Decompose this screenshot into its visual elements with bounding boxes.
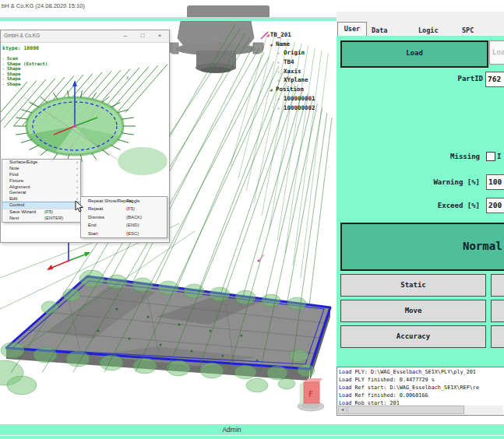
expand-icon[interactable]: ◢ bbox=[270, 85, 276, 94]
missing-label: Missing bbox=[421, 153, 480, 160]
menu-item-fixture[interactable]: Fixture bbox=[2, 178, 80, 184]
accuracy-button[interactable]: Accuracy bbox=[340, 325, 486, 348]
partid-input[interactable]: 762 bbox=[485, 72, 504, 87]
submenu-item-repeat[interactable]: Repeat(F5) bbox=[81, 205, 167, 212]
collapse-icon[interactable]: ▹ bbox=[277, 94, 284, 104]
missing-checkbox-label: I bbox=[497, 153, 504, 160]
context-menu[interactable]: Surface/Edge Note Find Fixture Alignment… bbox=[2, 159, 81, 223]
nav-cube-face-label: F bbox=[308, 390, 313, 399]
log-panel[interactable]: Load PLY: D:\WAG_Esselbach_5E1X\PLY\ply_… bbox=[337, 367, 504, 416]
scan-item-list[interactable]: ▹Scan ▹Shape (Extract) ▹Shape ▹Shape ▹Sh… bbox=[2, 56, 48, 87]
scan-window-title: GmbH & Co.KG bbox=[4, 33, 40, 38]
menu-item-find[interactable]: Find bbox=[2, 172, 80, 178]
warning-label: Warning [%] bbox=[421, 178, 480, 186]
scan-list-item[interactable]: ▹Shape bbox=[2, 76, 48, 82]
normal-status-button[interactable]: Normal bbox=[340, 223, 504, 271]
tree-node[interactable]: ◢Position bbox=[262, 85, 337, 94]
measurement-tree[interactable]: ◢TB_201 ◢Name ▹Origin ▹TB4 ▹Xaxis ▹XYpla… bbox=[262, 30, 337, 112]
warning-input[interactable]: 100 bbox=[486, 174, 504, 190]
log-line: Load PLY finished: 0.4477729 s bbox=[339, 376, 503, 384]
scan-list-item[interactable]: ▹Shape bbox=[2, 66, 48, 72]
exceed-input[interactable]: 200 bbox=[486, 198, 504, 213]
normal-status-label: Normal bbox=[463, 240, 502, 252]
tree-node[interactable]: ▹TB4 bbox=[262, 58, 337, 67]
collapse-icon[interactable]: ▹ bbox=[277, 76, 284, 85]
log-line: Load Ref start: D:\WAG_Esselbach_5E1X\RE… bbox=[339, 384, 503, 392]
cylinder-top-fragment bbox=[187, 5, 270, 18]
menu-item-control[interactable]: Control bbox=[2, 202, 80, 209]
scan-list-item[interactable]: ▹Shape bbox=[2, 82, 48, 87]
menu-item-next[interactable]: Next(ENTER) bbox=[2, 216, 80, 222]
submenu-item-end[interactable]: End(END) bbox=[81, 221, 167, 229]
load-status-box: Load bbox=[489, 40, 504, 65]
load-button[interactable]: Load bbox=[340, 40, 488, 68]
tab-user[interactable]: User bbox=[337, 22, 367, 37]
move-button[interactable]: Move bbox=[340, 300, 486, 322]
menu-item-save-wizard[interactable]: Save Wizard(F5) bbox=[2, 209, 80, 216]
window-title: bH & Co.KG (24.08.2020 15:10) bbox=[2, 2, 85, 9]
scan-subtitle: ktype: 10000 bbox=[2, 45, 39, 51]
tree-node[interactable]: ▹Origin bbox=[262, 48, 337, 58]
tree-node-root[interactable]: ◢TB_201 bbox=[262, 30, 337, 40]
scroll-left-icon[interactable] bbox=[338, 406, 347, 414]
log-text: Load PLY: D:\WAG_Esselbach_5E1X\PLY\ply_… bbox=[339, 368, 503, 407]
tree-node[interactable]: ▹100000002 bbox=[262, 104, 337, 113]
current-user-label: Admin bbox=[0, 426, 484, 434]
collapse-icon[interactable]: ▹ bbox=[277, 104, 284, 113]
collapse-icon[interactable]: ▹ bbox=[277, 58, 284, 67]
menu-item-edit[interactable]: Edit bbox=[2, 196, 80, 202]
collapse-icon[interactable]: ▹ bbox=[277, 48, 284, 58]
menu-item-general[interactable]: General bbox=[2, 190, 80, 196]
menu-item-surface-edge[interactable]: Surface/Edge bbox=[2, 160, 80, 166]
status-bar: Admin bbox=[0, 424, 504, 435]
scan-list-item[interactable]: ▹Shape bbox=[2, 72, 48, 77]
nav-cube[interactable]: F bbox=[298, 378, 324, 411]
tree-node[interactable]: ▹XYplane bbox=[262, 76, 337, 85]
tree-node[interactable]: ▹Xaxis bbox=[262, 67, 337, 76]
log-line: Load PLY: D:\WAG_Esselbach_5E1X\PLY\ply_… bbox=[339, 368, 503, 376]
scan-list-item[interactable]: ▹Shape (Extract) bbox=[2, 61, 48, 67]
magenta-flag-icon: ◢ bbox=[266, 32, 270, 37]
static-button[interactable]: Static bbox=[340, 274, 486, 297]
clipped-button[interactable] bbox=[491, 274, 504, 297]
missing-checkbox[interactable] bbox=[486, 152, 495, 161]
close-icon[interactable]: × bbox=[153, 31, 166, 40]
clipped-button[interactable] bbox=[491, 300, 504, 322]
scan-window-titlebar[interactable]: GmbH & Co.KG – □ × bbox=[1, 30, 169, 43]
clipped-button[interactable] bbox=[491, 325, 504, 348]
submenu-item-repeat-show[interactable]: Repeat Show/RepeatToggle bbox=[81, 197, 167, 205]
tree-node[interactable]: ◢Name bbox=[262, 40, 337, 49]
viewport-3d[interactable]: F ◢TB_201 ◢Name ▹Origin ▹TB4 ▹Xaxis ▹XYp… bbox=[0, 21, 337, 415]
bottom-accent-strip bbox=[0, 436, 504, 439]
minimize-icon[interactable]: – bbox=[119, 31, 132, 40]
log-horizontal-scrollbar[interactable] bbox=[338, 406, 503, 414]
expand-icon[interactable]: ◢ bbox=[270, 40, 276, 49]
partid-label: PartID bbox=[421, 75, 483, 83]
tree-node[interactable]: ▹100000001 bbox=[262, 94, 337, 104]
collapse-icon[interactable]: ▹ bbox=[277, 67, 284, 76]
app-window: bH & Co.KG (24.08.2020 15:10) bbox=[0, 0, 504, 439]
log-line: Load Ref finished: 0.0060166 bbox=[339, 392, 503, 399]
submenu-item-start[interactable]: Start(ESC) bbox=[81, 230, 167, 237]
menu-item-alignment[interactable]: Alignment bbox=[2, 184, 80, 191]
control-submenu[interactable]: Repeat Show/RepeatToggle Repeat(F5) Dism… bbox=[80, 196, 167, 238]
exceed-label: Exceed [%] bbox=[421, 202, 480, 209]
axis-label-x: x bbox=[126, 75, 129, 80]
mouse-cursor-icon bbox=[75, 201, 84, 213]
scrollbar-thumb[interactable] bbox=[347, 406, 464, 414]
scan-list-item[interactable]: ▹Scan bbox=[2, 56, 48, 61]
maximize-icon[interactable]: □ bbox=[136, 31, 149, 40]
submenu-item-dismiss[interactable]: Dismiss(BACK) bbox=[81, 213, 167, 221]
menu-item-note[interactable]: Note bbox=[2, 166, 80, 172]
